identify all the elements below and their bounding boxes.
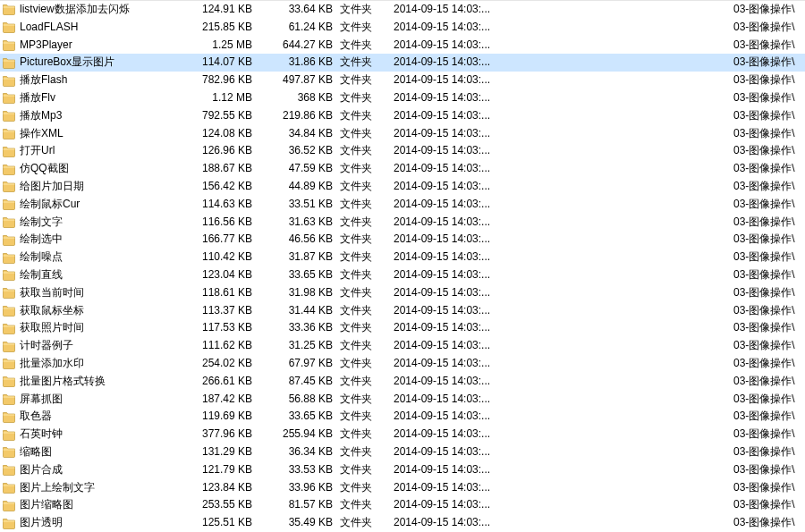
table-row[interactable]: 绘制选中166.77 KB46.56 KB文件夹2014-09-15 14:03… bbox=[0, 231, 805, 249]
file-type: 文件夹 bbox=[340, 496, 394, 513]
file-path: 03-图像操作\ bbox=[733, 443, 805, 460]
file-type: 文件夹 bbox=[340, 391, 394, 408]
table-row[interactable]: 绘制噪点110.42 KB31.87 KB文件夹2014-09-15 14:03… bbox=[0, 249, 805, 266]
table-row[interactable]: 取色器119.69 KB33.65 KB文件夹2014-09-15 14:03:… bbox=[0, 408, 805, 426]
file-name: 仿QQ截图 bbox=[20, 160, 172, 177]
file-path: 03-图像操作\ bbox=[733, 391, 805, 408]
table-row[interactable]: 图片合成121.79 KB33.53 KB文件夹2014-09-15 14:03… bbox=[0, 461, 805, 479]
file-type: 文件夹 bbox=[340, 37, 394, 54]
file-name: 图片透明 bbox=[20, 514, 172, 531]
file-path: 03-图像操作\ bbox=[733, 72, 805, 89]
file-packed-size: 33.51 KB bbox=[261, 196, 340, 213]
table-row[interactable]: 图片透明125.51 KB35.49 KB文件夹2014-09-15 14:03… bbox=[0, 514, 805, 532]
table-row[interactable]: 播放Mp3792.55 KB219.86 KB文件夹2014-09-15 14:… bbox=[0, 107, 805, 125]
file-size: 118.61 KB bbox=[172, 284, 261, 301]
file-type: 文件夹 bbox=[340, 72, 394, 89]
file-date: 2014-09-15 14:03:... bbox=[394, 125, 577, 142]
table-row[interactable]: 播放Flv1.12 MB368 KB文件夹2014-09-15 14:03:..… bbox=[0, 89, 805, 107]
file-path: 03-图像操作\ bbox=[733, 337, 805, 354]
table-row[interactable]: 缩略图131.29 KB36.34 KB文件夹2014-09-15 14:03:… bbox=[0, 443, 805, 461]
file-packed-size: 33.64 KB bbox=[261, 1, 340, 18]
folder-icon bbox=[2, 197, 16, 211]
table-row[interactable]: 操作XML124.08 KB34.84 KB文件夹2014-09-15 14:0… bbox=[0, 125, 805, 143]
file-path: 03-图像操作\ bbox=[733, 302, 805, 319]
file-name: PictureBox显示图片 bbox=[20, 54, 172, 71]
file-name: 绘制选中 bbox=[20, 231, 172, 248]
table-row[interactable]: 绘制直线123.04 KB33.65 KB文件夹2014-09-15 14:03… bbox=[0, 266, 805, 284]
table-row[interactable]: 获取当前时间118.61 KB31.98 KB文件夹2014-09-15 14:… bbox=[0, 284, 805, 302]
table-row[interactable]: 绘制文字116.56 KB31.63 KB文件夹2014-09-15 14:03… bbox=[0, 214, 805, 232]
table-row[interactable]: 图片缩略图253.55 KB81.57 KB文件夹2014-09-15 14:0… bbox=[0, 496, 805, 514]
folder-icon bbox=[2, 462, 16, 477]
file-type: 文件夹 bbox=[340, 107, 394, 124]
file-date: 2014-09-15 14:03:... bbox=[394, 284, 577, 301]
file-date: 2014-09-15 14:03:... bbox=[394, 72, 577, 89]
file-name: MP3Player bbox=[20, 37, 172, 54]
table-row[interactable]: 屏幕抓图187.42 KB56.88 KB文件夹2014-09-15 14:03… bbox=[0, 391, 805, 409]
file-size: 111.62 KB bbox=[172, 337, 261, 354]
file-packed-size: 31.44 KB bbox=[261, 302, 340, 319]
table-row[interactable]: 播放Flash782.96 KB497.87 KB文件夹2014-09-15 1… bbox=[0, 72, 805, 89]
folder-icon bbox=[2, 267, 16, 282]
table-row[interactable]: 给图片加日期156.42 KB44.89 KB文件夹2014-09-15 14:… bbox=[0, 178, 805, 196]
table-row[interactable]: 图片上绘制文字123.84 KB33.96 KB文件夹2014-09-15 14… bbox=[0, 479, 805, 497]
folder-icon bbox=[2, 2, 16, 16]
table-row[interactable]: 计时器例子111.62 KB31.25 KB文件夹2014-09-15 14:0… bbox=[0, 337, 805, 355]
file-date: 2014-09-15 14:03:... bbox=[394, 514, 577, 531]
file-size: 124.91 KB bbox=[172, 1, 261, 18]
file-size: 114.07 KB bbox=[172, 54, 261, 71]
folder-icon bbox=[2, 285, 16, 300]
file-date: 2014-09-15 14:03:... bbox=[394, 391, 577, 408]
file-name: 石英时钟 bbox=[20, 426, 172, 443]
file-path: 03-图像操作\ bbox=[733, 284, 805, 301]
table-row[interactable]: 石英时钟377.96 KB255.94 KB文件夹2014-09-15 14:0… bbox=[0, 426, 805, 443]
folder-icon bbox=[2, 108, 16, 122]
file-date: 2014-09-15 14:03:... bbox=[394, 249, 577, 266]
file-type: 文件夹 bbox=[340, 479, 394, 496]
folder-icon bbox=[2, 303, 16, 317]
file-packed-size: 87.45 KB bbox=[261, 373, 340, 390]
file-list[interactable]: listview数据添加去闪烁124.91 KB33.64 KB文件夹2014-… bbox=[0, 0, 805, 532]
file-path: 03-图像操作\ bbox=[733, 231, 805, 248]
file-path: 03-图像操作\ bbox=[733, 37, 805, 54]
file-type: 文件夹 bbox=[340, 373, 394, 390]
table-row[interactable]: MP3Player1.25 MB644.27 KB文件夹2014-09-15 1… bbox=[0, 37, 805, 55]
file-path: 03-图像操作\ bbox=[733, 266, 805, 283]
file-name: LoadFLASH bbox=[20, 19, 172, 36]
file-path: 03-图像操作\ bbox=[733, 178, 805, 195]
table-row[interactable]: 仿QQ截图188.67 KB47.59 KB文件夹2014-09-15 14:0… bbox=[0, 160, 805, 178]
file-type: 文件夹 bbox=[340, 142, 394, 159]
file-name: 绘制鼠标Cur bbox=[20, 196, 172, 213]
file-name: 播放Flash bbox=[20, 72, 172, 89]
file-type: 文件夹 bbox=[340, 160, 394, 177]
table-row[interactable]: PictureBox显示图片114.07 KB31.86 KB文件夹2014-0… bbox=[0, 54, 805, 72]
folder-icon bbox=[2, 126, 16, 140]
folder-icon bbox=[2, 356, 16, 370]
folder-icon bbox=[2, 90, 16, 105]
file-type: 文件夹 bbox=[340, 19, 394, 36]
file-packed-size: 497.87 KB bbox=[261, 72, 340, 89]
file-path: 03-图像操作\ bbox=[733, 1, 805, 18]
file-packed-size: 31.87 KB bbox=[261, 249, 340, 266]
file-date: 2014-09-15 14:03:... bbox=[394, 160, 577, 177]
file-date: 2014-09-15 14:03:... bbox=[394, 302, 577, 319]
file-type: 文件夹 bbox=[340, 514, 394, 531]
table-row[interactable]: LoadFLASH215.85 KB61.24 KB文件夹2014-09-15 … bbox=[0, 19, 805, 37]
file-type: 文件夹 bbox=[340, 337, 394, 354]
file-packed-size: 33.65 KB bbox=[261, 266, 340, 283]
table-row[interactable]: 获取鼠标坐标113.37 KB31.44 KB文件夹2014-09-15 14:… bbox=[0, 302, 805, 320]
folder-icon bbox=[2, 444, 16, 459]
file-name: 打开Url bbox=[20, 142, 172, 159]
file-name: 给图片加日期 bbox=[20, 178, 172, 195]
table-row[interactable]: listview数据添加去闪烁124.91 KB33.64 KB文件夹2014-… bbox=[0, 1, 805, 19]
file-date: 2014-09-15 14:03:... bbox=[394, 337, 577, 354]
table-row[interactable]: 批量添加水印254.02 KB67.97 KB文件夹2014-09-15 14:… bbox=[0, 355, 805, 373]
folder-icon bbox=[2, 480, 16, 494]
file-name: 缩略图 bbox=[20, 443, 172, 460]
table-row[interactable]: 打开Url126.96 KB36.52 KB文件夹2014-09-15 14:0… bbox=[0, 142, 805, 160]
table-row[interactable]: 获取照片时间117.53 KB33.36 KB文件夹2014-09-15 14:… bbox=[0, 319, 805, 337]
table-row[interactable]: 批量图片格式转换266.61 KB87.45 KB文件夹2014-09-15 1… bbox=[0, 373, 805, 391]
table-row[interactable]: 绘制鼠标Cur114.63 KB33.51 KB文件夹2014-09-15 14… bbox=[0, 196, 805, 214]
file-date: 2014-09-15 14:03:... bbox=[394, 142, 577, 159]
file-date: 2014-09-15 14:03:... bbox=[394, 107, 577, 124]
